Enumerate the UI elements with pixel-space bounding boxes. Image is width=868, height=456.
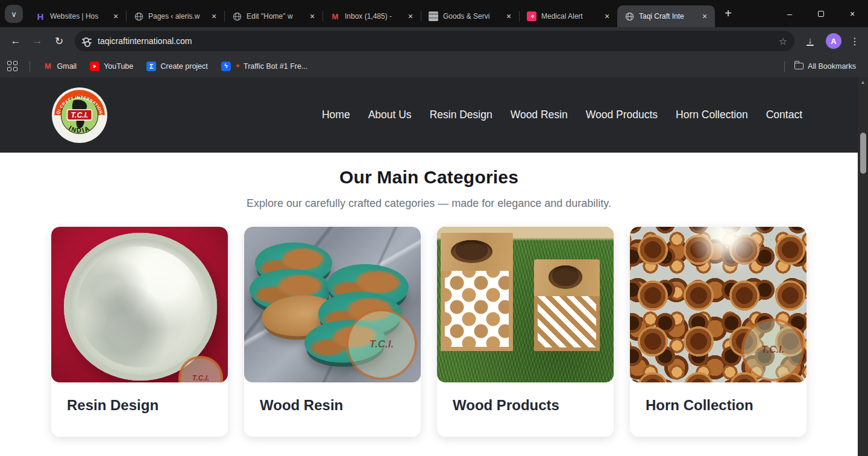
tab-label: Taqi Craft Inte (639, 12, 694, 21)
all-bookmarks-label: All Bookmarks (808, 62, 856, 71)
chevron-down-icon: ∨ (11, 10, 17, 19)
close-window-button[interactable]: × (837, 0, 868, 27)
watermark-logo: T.C.I. (346, 309, 417, 380)
globe-icon (624, 11, 634, 21)
all-bookmarks-area: All Bookmarks (779, 60, 861, 73)
resin-design-image: T.C.I. (51, 227, 228, 382)
site-nav: Home About Us Resin Design Wood Resin Wo… (322, 109, 802, 121)
candle-holder-graphic (534, 259, 599, 351)
tab-close-icon[interactable]: × (699, 11, 710, 22)
nav-home[interactable]: Home (322, 109, 350, 121)
tci-logo[interactable]: T.C.I. TAQI CRAFT INTERNATIONAL INDIA (51, 87, 108, 144)
bookmark-create-project[interactable]: Σ Create project (142, 59, 213, 74)
folder-icon (794, 63, 804, 69)
bookmarks-separator (30, 61, 30, 72)
download-tray-icon (807, 45, 814, 46)
all-bookmarks-button[interactable]: All Bookmarks (790, 60, 861, 73)
maximize-button[interactable] (805, 0, 837, 27)
tab-search-button[interactable]: ∨ (5, 5, 23, 23)
card-horn-collection[interactable]: T.C.I. Horn Collection (630, 227, 807, 437)
globe-icon (134, 11, 143, 21)
page-subtitle: Explore our carefully crafted categories… (0, 197, 858, 210)
card-wood-products[interactable]: Wood Products (437, 227, 614, 437)
site-settings-icon[interactable] (82, 39, 92, 43)
web-page: T.C.I. TAQI CRAFT INTERNATIONAL INDIA Ho… (0, 77, 858, 456)
url-text[interactable]: taqicraftinternational.com (98, 36, 773, 46)
sparkle-icon: ✦ (235, 62, 241, 70)
bookmark-star-icon[interactable]: ☆ (779, 36, 787, 47)
wood-resin-image: T.C.I. (244, 227, 421, 382)
apps-grid-icon[interactable] (7, 61, 17, 71)
bookmark-youtube[interactable]: YouTube (85, 59, 138, 74)
tab-label: Goods & Servi (443, 12, 498, 21)
card-wood-resin[interactable]: T.C.I. Wood Resin (244, 227, 421, 437)
tab-pages[interactable]: Pages ‹ aleris.w × (127, 5, 224, 27)
youtube-icon (90, 62, 99, 71)
sigma-icon: Σ (146, 62, 156, 71)
maximize-icon (818, 11, 824, 17)
lightning-icon: ϟ (221, 62, 231, 71)
nav-wood-products[interactable]: Wood Products (586, 109, 658, 121)
candle-holder-graphic (441, 233, 513, 351)
nav-resin-design[interactable]: Resin Design (430, 109, 492, 121)
gmail-icon: M (43, 62, 53, 71)
emblem-icon (429, 11, 438, 21)
tab-inbox[interactable]: M Inbox (1,485) - × (323, 5, 421, 27)
horn-collection-image: T.C.I. (630, 227, 807, 382)
nav-horn-collection[interactable]: Horn Collection (676, 109, 748, 121)
tab-goods-services[interactable]: Goods & Servi × (421, 5, 519, 27)
nav-wood-resin[interactable]: Wood Resin (511, 109, 568, 121)
gmail-icon: M (330, 11, 340, 21)
bookmark-label: Traffic Bot #1 Fre... (244, 62, 307, 71)
tab-close-icon[interactable]: × (110, 11, 121, 22)
bookmark-label: Create project (160, 62, 208, 71)
bookmark-label: Gmail (57, 62, 77, 71)
downloads-button[interactable]: ↓ (800, 37, 820, 46)
tab-close-icon[interactable]: × (307, 11, 318, 22)
hostinger-icon: H (36, 11, 45, 21)
tab-label: Pages ‹ aleris.w (148, 12, 204, 21)
tab-close-icon[interactable]: × (602, 11, 612, 22)
address-bar[interactable]: taqicraftinternational.com ☆ (75, 31, 794, 51)
tab-label: Websites | Hos (50, 12, 105, 21)
scrollbar-up-arrow[interactable]: ▲ (858, 80, 868, 85)
download-arrow-icon: ↓ (808, 37, 813, 44)
tab-taqi-craft-active[interactable]: Taqi Craft Inte × (617, 5, 715, 27)
tab-close-icon[interactable]: × (405, 11, 416, 22)
card-resin-design[interactable]: T.C.I. Resin Design (51, 227, 228, 437)
bookmark-traffic-bot[interactable]: ϟ ✦ Traffic Bot #1 Fre... (216, 59, 313, 74)
tab-label: Inbox (1,485) - (345, 12, 400, 21)
bookmarks-separator (784, 61, 785, 72)
nav-contact[interactable]: Contact (766, 109, 802, 121)
forward-button[interactable]: → (28, 31, 47, 51)
bookmarks-bar: M Gmail YouTube Σ Create project ϟ ✦ Tra… (0, 55, 868, 77)
page-title: Our Main Categories (0, 167, 858, 188)
page-scrollbar[interactable]: ▲ (858, 77, 868, 456)
bookmark-gmail[interactable]: M Gmail (39, 59, 82, 74)
globe-icon (232, 11, 242, 21)
browser-menu-button[interactable]: ⋮ (848, 36, 862, 47)
reload-button[interactable]: ↻ (49, 31, 69, 51)
watermark-logo: T.C.I. (741, 318, 804, 381)
browser-toolbar: ← → ↻ taqicraftinternational.com ☆ ↓ A ⋮ (0, 27, 868, 55)
tab-strip: ∨ H Websites | Hos × Pages ‹ aleris.w × … (0, 0, 868, 27)
window-controls: – × (774, 0, 868, 27)
scrollbar-thumb[interactable] (860, 133, 866, 174)
minimize-button[interactable]: – (774, 0, 805, 27)
bookmark-label: YouTube (104, 62, 133, 71)
profile-avatar[interactable]: A (826, 33, 841, 49)
tab-websites[interactable]: H Websites | Hos × (28, 5, 126, 27)
tab-edit-home[interactable]: Edit "Home" w × (225, 5, 322, 27)
nav-about-us[interactable]: About Us (368, 109, 412, 121)
card-title: Horn Collection (630, 382, 807, 414)
tab-close-icon[interactable]: × (209, 11, 219, 22)
tab-label: Edit "Home" w (247, 12, 302, 21)
back-button[interactable]: ← (6, 31, 25, 51)
new-tab-button[interactable]: + (720, 5, 737, 22)
logo-acronym: T.C.I. (71, 111, 88, 119)
category-cards: T.C.I. Resin Design T.C.I. (0, 210, 858, 437)
tab-close-icon[interactable]: × (503, 11, 514, 22)
tab-medical-alert[interactable]: » Medical Alert × (520, 5, 617, 27)
browser-window: ∨ H Websites | Hos × Pages ‹ aleris.w × … (0, 0, 868, 456)
broadcast-icon: » (527, 11, 536, 21)
